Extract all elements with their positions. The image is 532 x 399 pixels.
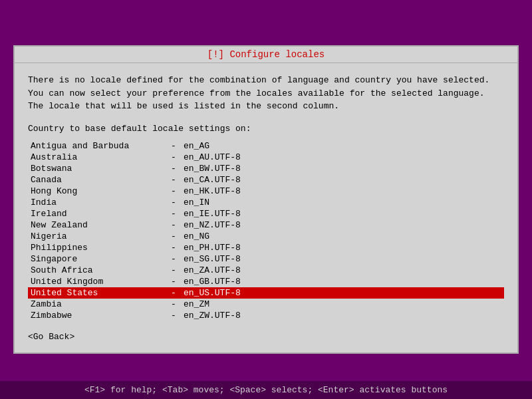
locale-dash: - — [164, 152, 184, 162]
locale-dash: - — [164, 254, 184, 264]
locale-code: en_PH.UTF-8 — [184, 243, 501, 253]
locale-dash: - — [164, 299, 184, 309]
locale-item[interactable]: Australia-en_AU.UTF-8 — [28, 152, 504, 163]
locale-dash: - — [164, 198, 184, 207]
locale-code: en_AG — [184, 141, 501, 151]
locale-item[interactable]: Nigeria-en_NG — [28, 231, 504, 242]
locale-code: en_NG — [184, 231, 501, 241]
description-line3: The locale that will be used is listed i… — [28, 100, 504, 113]
description-line2: You can now select your preference from … — [28, 87, 504, 100]
locale-country: New Zealand — [31, 220, 164, 230]
locale-country: Antigua and Barbuda — [31, 141, 164, 151]
locale-country: United Kingdom — [31, 277, 164, 287]
locale-item[interactable]: Antigua and Barbuda-en_AG — [28, 140, 504, 152]
dialog-title: [!] Configure locales — [15, 47, 517, 63]
locale-country: Zimbabwe — [31, 311, 164, 321]
locale-item[interactable]: India-en_IN — [28, 197, 504, 208]
locale-list: Antigua and Barbuda-en_AGAustralia-en_AU… — [28, 140, 504, 321]
locale-item[interactable]: Canada-en_CA.UTF-8 — [28, 174, 504, 186]
locale-country: Zambia — [31, 299, 164, 309]
locale-item[interactable]: Philippines-en_PH.UTF-8 — [28, 242, 504, 253]
go-back-button[interactable]: <Go Back> — [28, 332, 504, 342]
section-label: Country to base default locale settings … — [28, 124, 504, 134]
locale-item[interactable]: United States-en_US.UTF-8 — [28, 287, 504, 299]
locale-code: en_IE.UTF-8 — [184, 209, 501, 219]
locale-dash: - — [164, 209, 184, 219]
locale-dash: - — [164, 175, 184, 185]
locale-country: Australia — [31, 152, 164, 162]
locale-country: United States — [31, 288, 164, 298]
locale-code: en_NZ.UTF-8 — [184, 220, 501, 230]
locale-code: en_ZW.UTF-8 — [184, 311, 501, 321]
locale-dash: - — [164, 141, 184, 151]
bottom-help-bar: <F1> for help; <Tab> moves; <Space> sele… — [0, 381, 532, 399]
locale-dash: - — [164, 243, 184, 253]
locale-code: en_ZA.UTF-8 — [184, 265, 501, 275]
locale-item[interactable]: United Kingdom-en_GB.UTF-8 — [28, 276, 504, 287]
locale-item[interactable]: Singapore-en_SG.UTF-8 — [28, 253, 504, 265]
locale-code: en_IN — [184, 198, 501, 207]
locale-dash: - — [164, 220, 184, 230]
locale-item[interactable]: South Africa-en_ZA.UTF-8 — [28, 265, 504, 276]
locale-country: Hong Kong — [31, 186, 164, 196]
locale-code: en_US.UTF-8 — [184, 288, 501, 298]
locale-dash: - — [164, 277, 184, 287]
locale-code: en_HK.UTF-8 — [184, 186, 501, 196]
locale-item[interactable]: Ireland-en_IE.UTF-8 — [28, 208, 504, 219]
locale-country: South Africa — [31, 265, 164, 275]
locale-code: en_AU.UTF-8 — [184, 152, 501, 162]
locale-country: Philippines — [31, 243, 164, 253]
configure-locales-dialog: [!] Configure locales There is no locale… — [13, 45, 519, 354]
locale-dash: - — [164, 231, 184, 241]
locale-dash: - — [164, 186, 184, 196]
dialog-content: There is no locale defined for the combi… — [15, 63, 517, 352]
description-text: There is no locale defined for the combi… — [28, 74, 504, 113]
locale-item[interactable]: Hong Kong-en_HK.UTF-8 — [28, 186, 504, 197]
locale-dash: - — [164, 265, 184, 275]
locale-dash: - — [164, 164, 184, 174]
locale-country: Singapore — [31, 254, 164, 264]
locale-code: en_CA.UTF-8 — [184, 175, 501, 185]
locale-item[interactable]: New Zealand-en_NZ.UTF-8 — [28, 219, 504, 231]
locale-country: Canada — [31, 175, 164, 185]
locale-country: India — [31, 198, 164, 207]
locale-item[interactable]: Botswana-en_BW.UTF-8 — [28, 163, 504, 174]
locale-item[interactable]: Zambia-en_ZM — [28, 299, 504, 310]
locale-code: en_ZM — [184, 299, 501, 309]
locale-code: en_BW.UTF-8 — [184, 164, 501, 174]
locale-country: Ireland — [31, 209, 164, 219]
locale-country: Botswana — [31, 164, 164, 174]
locale-dash: - — [164, 311, 184, 321]
locale-country: Nigeria — [31, 231, 164, 241]
locale-item[interactable]: Zimbabwe-en_ZW.UTF-8 — [28, 310, 504, 321]
description-line1: There is no locale defined for the combi… — [28, 74, 504, 87]
locale-code: en_SG.UTF-8 — [184, 254, 501, 264]
locale-code: en_GB.UTF-8 — [184, 277, 501, 287]
locale-dash: - — [164, 288, 184, 298]
